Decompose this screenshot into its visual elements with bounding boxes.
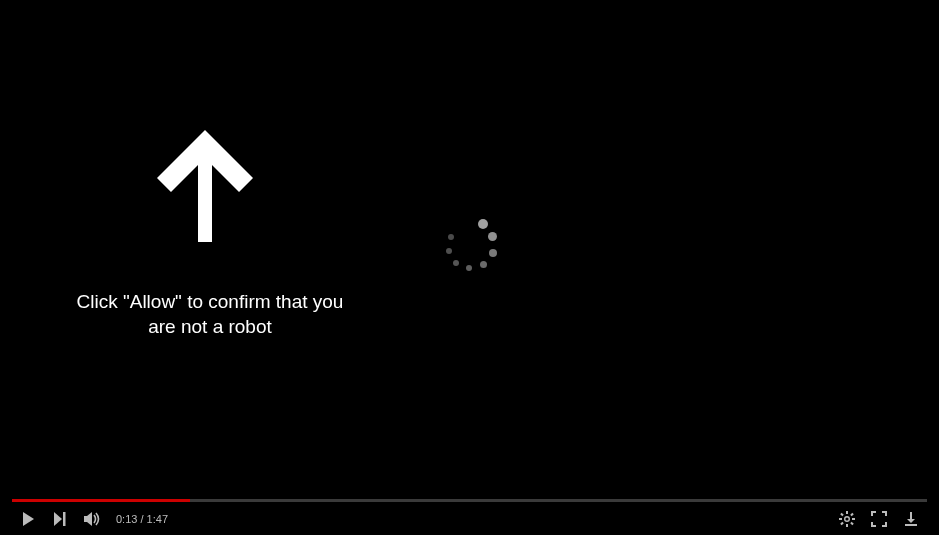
play-icon	[20, 511, 36, 527]
next-icon	[52, 511, 68, 527]
fullscreen-icon	[871, 511, 887, 527]
gear-icon	[839, 511, 855, 527]
loading-spinner-icon	[444, 218, 498, 272]
svg-rect-4	[852, 518, 855, 520]
svg-rect-8	[850, 521, 854, 525]
volume-icon	[84, 511, 102, 527]
download-button[interactable]	[895, 502, 927, 535]
overlay-message: Click "Allow" to confirm that you are no…	[65, 290, 355, 339]
svg-rect-6	[850, 512, 854, 516]
next-button[interactable]	[44, 502, 76, 535]
time-display: 0:13 / 1:47	[116, 513, 168, 525]
svg-rect-9	[905, 524, 917, 526]
duration: 1:47	[147, 513, 168, 525]
svg-rect-7	[840, 521, 844, 525]
player-controls: 0:13 / 1:47	[0, 502, 939, 535]
settings-button[interactable]	[831, 502, 863, 535]
svg-rect-0	[63, 512, 66, 526]
arrow-up-icon	[155, 130, 255, 242]
download-icon	[903, 511, 919, 527]
svg-rect-5	[840, 512, 844, 516]
volume-button[interactable]	[76, 502, 110, 535]
svg-rect-3	[839, 518, 842, 520]
current-time: 0:13	[116, 513, 137, 525]
video-area: Click "Allow" to confirm that you are no…	[0, 0, 939, 499]
play-button[interactable]	[12, 502, 44, 535]
svg-rect-2	[846, 524, 848, 527]
time-separator: /	[137, 513, 146, 525]
fullscreen-button[interactable]	[863, 502, 895, 535]
svg-rect-1	[846, 511, 848, 514]
